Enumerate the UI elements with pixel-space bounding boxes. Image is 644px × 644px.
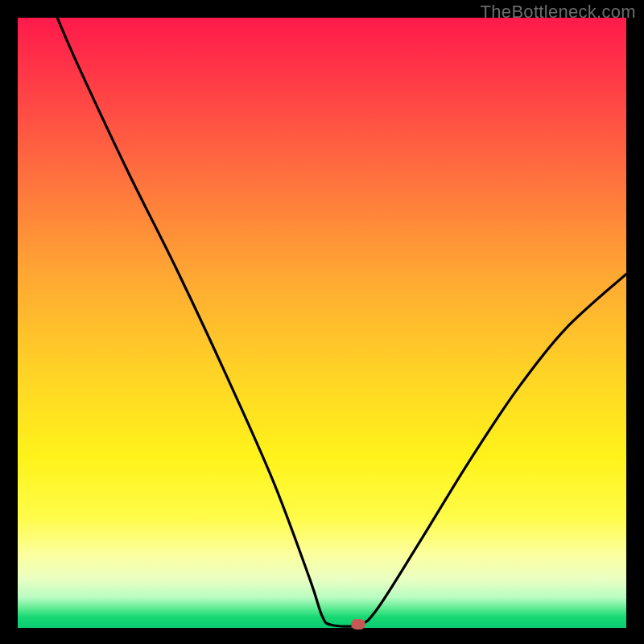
bottleneck-curve [18,18,626,628]
watermark-text: TheBottleneck.com [481,2,636,23]
chart-frame: TheBottleneck.com [0,0,644,644]
optimum-marker [351,619,365,630]
